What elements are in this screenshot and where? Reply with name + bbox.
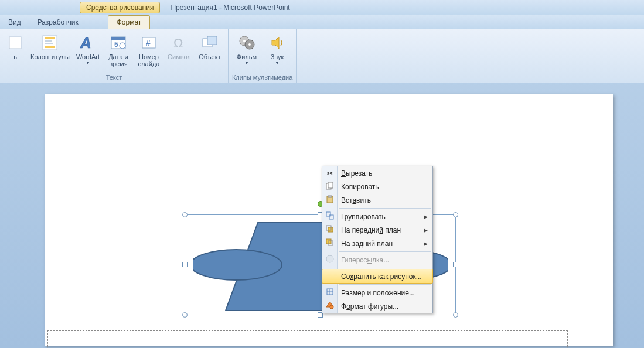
title-bar: Средства рисования Презентация1 - Micros… [0, 0, 644, 15]
group-label-media: Клипы мультимедиа [232, 73, 292, 83]
size-position-icon [325, 288, 335, 298]
unknown-cut-button[interactable]: ь [4, 32, 27, 73]
ctx-hyperlink: Гиперссылка... [322, 253, 432, 267]
ctx-cut[interactable]: ✂ Вырезать [322, 166, 432, 180]
symbol-button: Ω Символ [165, 32, 194, 73]
ctx-bring-front[interactable]: На передний план ▶ [322, 223, 432, 237]
hyperlink-icon [325, 255, 335, 265]
svg-rect-25 [328, 182, 333, 188]
svg-rect-30 [328, 227, 333, 232]
resize-handle-r[interactable] [453, 262, 458, 267]
date-time-icon: 5 [109, 33, 128, 52]
sound-button[interactable]: Звук ▼ [263, 32, 292, 73]
header-footer-button[interactable]: Колонтитулы [28, 32, 72, 73]
group-icon [325, 211, 335, 221]
contextual-tab-drawing-tools[interactable]: Средства рисования [80, 2, 160, 13]
svg-point-19 [248, 43, 251, 46]
tab-format[interactable]: Формат [108, 15, 151, 29]
svg-rect-15 [207, 36, 217, 45]
svg-rect-0 [9, 37, 21, 49]
ribbon: ь Колонтитулы A WordArt ▼ 5 Дата и время [0, 29, 644, 83]
title-placeholder[interactable]: Заголовок а [47, 330, 568, 348]
bring-front-icon [325, 225, 335, 235]
ribbon-group-text: ь Колонтитулы A WordArt ▼ 5 Дата и время [0, 29, 229, 83]
ctx-paste[interactable]: Вставить [322, 193, 432, 207]
paste-icon [325, 195, 335, 205]
dropdown-arrow-icon: ▼ [275, 61, 279, 65]
svg-rect-27 [328, 196, 332, 197]
sound-icon [268, 33, 287, 52]
symbol-icon: Ω [170, 33, 189, 52]
window-title: Презентация1 - Microsoft PowerPoint [171, 4, 289, 12]
svg-point-34 [326, 255, 333, 262]
svg-text:5: 5 [114, 40, 118, 49]
ctx-save-as-picture[interactable]: Сохранить как рисунок... [322, 269, 433, 284]
svg-point-39 [330, 305, 333, 309]
submenu-arrow-icon: ▶ [424, 227, 428, 233]
dropdown-arrow-icon: ▼ [86, 61, 90, 65]
ribbon-group-media: Фильм ▼ Звук ▼ Клипы мультимедиа [229, 29, 297, 83]
svg-rect-8 [111, 37, 125, 40]
ctx-separator [339, 268, 431, 268]
ctx-separator [339, 284, 431, 285]
wordart-button[interactable]: A WordArt ▼ [73, 32, 103, 73]
svg-rect-29 [329, 215, 333, 219]
svg-rect-5 [45, 46, 55, 48]
resize-handle-tr[interactable] [453, 212, 458, 217]
group-label-text: Текст [4, 73, 224, 83]
ctx-size-position[interactable]: Размер и положение... [322, 286, 432, 299]
submenu-arrow-icon: ▶ [424, 241, 428, 247]
svg-rect-2 [45, 37, 55, 39]
ctx-group[interactable]: Группировать ▶ [322, 210, 432, 223]
svg-text:Ω: Ω [173, 36, 183, 50]
svg-marker-20 [272, 37, 279, 49]
svg-text:A: A [80, 34, 91, 52]
svg-rect-3 [45, 40, 52, 42]
movie-icon [237, 33, 256, 52]
tab-developer[interactable]: Разработчик [29, 16, 87, 29]
date-time-button[interactable]: 5 Дата и время [104, 32, 133, 73]
dropdown-arrow-icon: ▼ [244, 61, 248, 65]
object-icon [200, 33, 219, 52]
resize-handle-l[interactable] [182, 262, 188, 267]
header-footer-icon [40, 33, 59, 52]
svg-rect-4 [45, 43, 53, 44]
object-button[interactable]: Объект [195, 32, 224, 73]
slide-number-button[interactable]: # Номер слайда [134, 32, 163, 73]
wordart-icon: A [79, 33, 97, 52]
ribbon-tabs: Вид Разработчик Формат [0, 15, 644, 29]
send-back-icon [325, 238, 335, 248]
copy-icon [325, 182, 335, 192]
svg-text:#: # [146, 38, 151, 47]
ctx-copy[interactable]: Копировать [322, 180, 432, 193]
resize-handle-bl[interactable] [182, 312, 188, 318]
unknown-icon [6, 33, 25, 52]
svg-rect-32 [326, 239, 331, 244]
ctx-format-shape[interactable]: Формат фигуры... [322, 299, 432, 313]
context-menu: ✂ Вырезать Копировать Вставить Группиров… [322, 166, 433, 313]
ctx-send-back[interactable]: На задний план ▶ [322, 237, 432, 250]
svg-point-18 [243, 40, 246, 42]
svg-rect-28 [326, 212, 330, 216]
ctx-separator [339, 251, 431, 252]
movie-button[interactable]: Фильм ▼ [232, 32, 261, 73]
slide-number-icon: # [139, 33, 158, 52]
ctx-separator [339, 208, 431, 209]
format-shape-icon [325, 301, 335, 311]
resize-handle-tl[interactable] [182, 212, 188, 217]
tab-view[interactable]: Вид [0, 16, 29, 29]
svg-point-10 [120, 43, 125, 49]
resize-handle-br[interactable] [453, 312, 458, 318]
submenu-arrow-icon: ▶ [424, 214, 428, 220]
cut-icon: ✂ [325, 169, 335, 178]
